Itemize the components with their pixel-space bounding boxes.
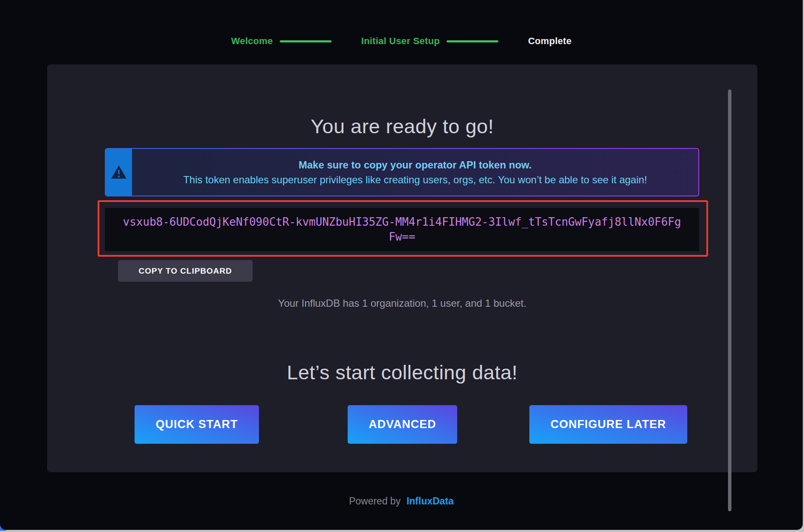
stepper-step-complete[interactable]: Complete: [528, 36, 572, 47]
onboarding-page: Welcome Initial User Setup Complete You …: [0, 0, 803, 530]
resource-summary: Your InfluxDB has 1 organization, 1 user…: [47, 297, 757, 309]
cta-heading: Let’s start collecting data!: [47, 361, 757, 384]
influxdata-brand-link[interactable]: InfluxData: [407, 496, 454, 507]
footer: Powered by InfluxData: [0, 496, 803, 507]
page-title: You are ready to go!: [47, 115, 757, 138]
quick-start-button[interactable]: QUICK START: [135, 405, 259, 444]
stepper-connector: [447, 40, 498, 42]
scrollbar[interactable]: [728, 90, 731, 511]
token-warning-banner-body: Make sure to copy your operator API toke…: [106, 149, 698, 196]
warning-heading: Make sure to copy your operator API toke…: [299, 159, 532, 171]
stepper-step-welcome[interactable]: Welcome: [231, 36, 273, 47]
warning-triangle-icon: [111, 165, 127, 179]
token-warning-banner: Make sure to copy your operator API toke…: [105, 148, 699, 196]
stepper-step-initial-user-setup[interactable]: Initial User Setup: [361, 36, 440, 47]
completion-card: You are ready to go! Make sure to copy y…: [47, 64, 757, 472]
api-token-value: vsxub8-6UDCodQjKeNf090CtR-kvmUNZbuHI35ZG…: [121, 215, 683, 244]
api-token-box[interactable]: vsxub8-6UDCodQjKeNf090CtR-kvmUNZbuHI35ZG…: [105, 208, 699, 251]
copy-to-clipboard-button[interactable]: COPY TO CLIPBOARD: [118, 260, 253, 282]
configure-later-button[interactable]: CONFIGURE LATER: [529, 405, 687, 444]
warning-icon-block: [106, 149, 132, 196]
warning-body: This token enables superuser privileges …: [183, 174, 647, 186]
stepper-connector: [280, 40, 332, 42]
setup-stepper: Welcome Initial User Setup Complete: [0, 36, 803, 47]
advanced-button[interactable]: ADVANCED: [348, 405, 457, 444]
warning-text: Make sure to copy your operator API toke…: [132, 149, 698, 196]
powered-by-label: Powered by: [349, 496, 400, 507]
